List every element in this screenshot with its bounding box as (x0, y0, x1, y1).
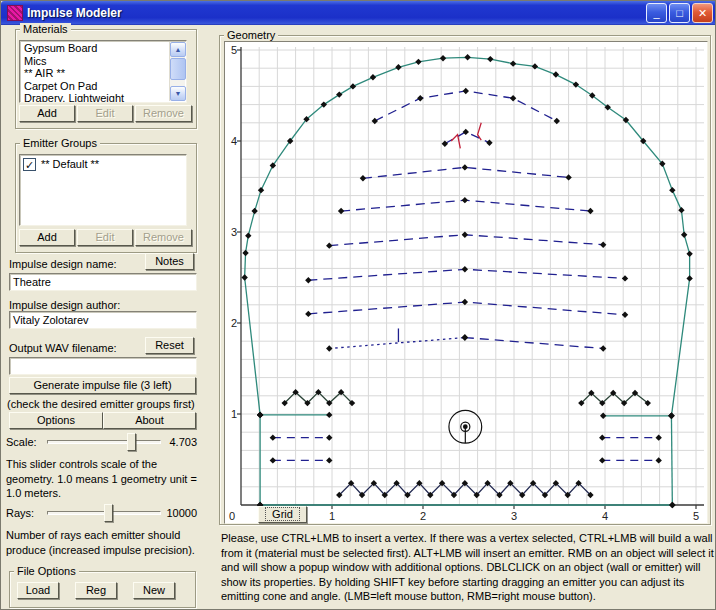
title-bar: Impulse Modeler _ □ ✕ (1, 1, 716, 25)
close-button[interactable]: ✕ (692, 3, 713, 23)
wall-vertex (463, 88, 469, 94)
wall-vertex (395, 64, 401, 70)
reg-button[interactable]: Reg (75, 582, 117, 599)
wall-vertex (669, 502, 675, 508)
scale-label: Scale: (6, 436, 37, 448)
materials-remove-button[interactable]: Remove (135, 105, 192, 122)
generate-impulse-button[interactable]: Generate impulse file (3 left) (9, 377, 196, 394)
file-options-label: File Options (14, 565, 79, 577)
design-author-input[interactable]: Vitaly Zolotarev (9, 311, 197, 329)
wall-vertex (370, 74, 376, 80)
x-axis-label: 1 (329, 510, 335, 522)
materials-scrollbar[interactable]: ▲ ▼ (169, 42, 185, 101)
material-item[interactable]: ** AIR ** (21, 67, 168, 80)
wav-filename-input[interactable] (9, 357, 197, 375)
scrollbar-thumb[interactable] (170, 58, 186, 80)
materials-add-button[interactable]: Add (19, 105, 75, 122)
seat-row-g (308, 302, 625, 315)
minimize-button[interactable]: _ (646, 3, 667, 23)
x-axis-label: 5 (693, 510, 699, 522)
wall-vertex (245, 232, 251, 238)
material-item[interactable]: Carpet On Pad (21, 80, 168, 93)
wall-vertex (464, 54, 470, 60)
wall-vertex (655, 434, 661, 440)
wall-vertex (462, 334, 468, 340)
wall-vertex (241, 274, 247, 280)
default-group-checkbox[interactable]: ✓ (23, 158, 36, 171)
material-item[interactable]: Drapery, Lightweight (21, 92, 168, 103)
maximize-button[interactable]: □ (669, 3, 690, 23)
emitter-groups-add-button[interactable]: Add (19, 229, 75, 246)
impulse-modeler-window: Impulse Modeler _ □ ✕ Materials Gypsum B… (0, 0, 716, 610)
rays-description: Number of rays each emitter should produ… (6, 528, 206, 557)
default-group-label[interactable]: ** Default ** (41, 158, 99, 170)
x-axis-label: 0 (229, 510, 235, 522)
options-button[interactable]: Options (9, 412, 103, 429)
notes-button[interactable]: Notes (145, 253, 194, 270)
geometry-label: Geometry (224, 29, 278, 41)
about-button[interactable]: About (103, 412, 196, 429)
material-item[interactable]: Mics (21, 55, 168, 68)
design-name-label: Impulse design name: (9, 258, 117, 270)
materials-edit-button[interactable]: Edit (77, 105, 133, 122)
grid-toggle-button[interactable]: Grid (258, 506, 307, 523)
x-axis-label: 2 (420, 510, 426, 522)
x-axis-label: 4 (602, 510, 608, 522)
material-item[interactable]: Gypsum Board (21, 42, 168, 55)
materials-list[interactable]: Gypsum BoardMics** AIR **Carpet On PadDr… (19, 40, 187, 103)
wall-vertex (686, 251, 692, 257)
scroll-up-icon[interactable]: ▲ (170, 42, 186, 57)
wall-vertex (565, 174, 571, 180)
generate-hint: (check the desired emitter groups first) (7, 398, 195, 410)
x-axis-label: 3 (511, 510, 517, 522)
y-axis-label: 4 (231, 135, 237, 147)
rays-label: Rays: (6, 507, 34, 519)
wall-vertex (655, 457, 661, 463)
wall-vertex (257, 412, 263, 418)
rays-slider[interactable] (47, 511, 161, 515)
window-title: Impulse Modeler (27, 6, 646, 20)
new-button[interactable]: New (133, 582, 175, 599)
instructions-text: Please, use CTRL+LMB to insert a vertex.… (221, 531, 715, 604)
y-axis-label: 2 (231, 317, 237, 329)
wall-vertex (336, 91, 342, 97)
design-name-input[interactable]: Theatre (9, 273, 197, 291)
seat-row-f (308, 269, 625, 280)
wall-vertex (510, 95, 516, 101)
geometry-plot[interactable]: 12345012345 (225, 42, 707, 523)
rays-value: 10000 (161, 507, 197, 519)
geometry-canvas[interactable]: 12345012345 (224, 41, 708, 524)
wall-vertex (270, 457, 276, 463)
y-axis-label: 1 (231, 408, 237, 420)
wall-vertex (463, 129, 469, 135)
wall-vertex (487, 56, 493, 62)
scale-description: This slider controls scale of the geomet… (6, 457, 202, 501)
y-axis-label: 3 (231, 226, 237, 238)
wall-vertex (686, 275, 692, 281)
scale-value: 4.703 (161, 436, 197, 448)
scale-slider[interactable] (47, 440, 161, 444)
design-author-label: Impulse design author: (9, 299, 120, 311)
wall-vertex (305, 277, 311, 283)
load-button[interactable]: Load (17, 582, 59, 599)
emitter-groups-edit-button[interactable]: Edit (77, 229, 133, 246)
wall-vertex (462, 197, 468, 203)
seat-row-h-left (329, 338, 465, 349)
emitter-groups-remove-button[interactable]: Remove (135, 229, 192, 246)
wall-vertex (678, 207, 684, 213)
y-axis-label: 5 (231, 44, 237, 56)
wall-vertex (305, 311, 311, 317)
rays-slider-thumb[interactable] (104, 504, 113, 522)
wall-vertex (462, 266, 468, 272)
wall-vertex (510, 60, 516, 66)
wall-vertex (360, 175, 366, 181)
reset-button[interactable]: Reset (145, 337, 194, 354)
right-wall (671, 416, 672, 505)
window-body: Materials Gypsum BoardMics** AIR **Carpe… (1, 25, 716, 610)
seat-row-h-right (465, 338, 603, 349)
emitter-groups-list[interactable]: ✓ ** Default ** (19, 154, 187, 226)
seat-row-a (375, 91, 557, 121)
wall-vertex (553, 71, 559, 77)
scale-slider-thumb[interactable] (127, 433, 136, 451)
scroll-down-icon[interactable]: ▼ (170, 86, 186, 101)
